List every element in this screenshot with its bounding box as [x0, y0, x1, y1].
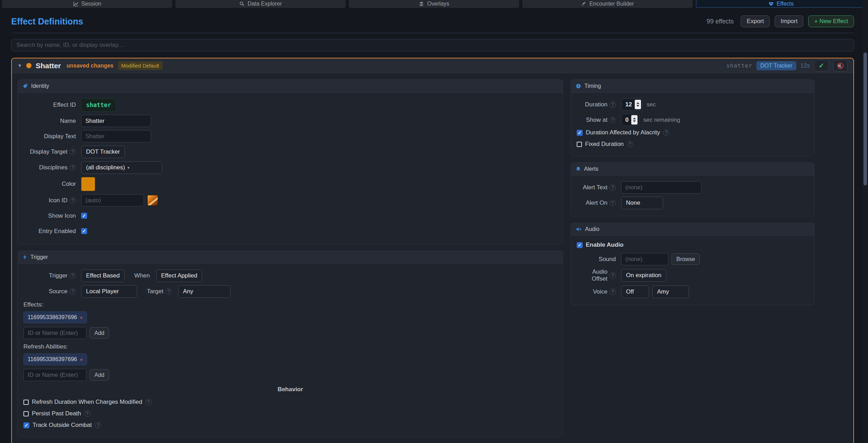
help-icon[interactable]: ?: [70, 197, 76, 204]
name-label: Name: [60, 118, 76, 125]
browse-button[interactable]: Browse: [671, 253, 700, 265]
audio-panel-title: Audio: [585, 226, 599, 232]
help-icon[interactable]: ?: [663, 129, 669, 136]
fixed-duration-checkbox[interactable]: [577, 142, 582, 147]
new-effect-button[interactable]: + New Effect: [808, 15, 854, 27]
tab-encounter-builder[interactable]: Encounter Builder: [522, 0, 692, 8]
spin-up-icon[interactable]: [636, 102, 639, 104]
spin-down-icon[interactable]: [633, 120, 636, 122]
help-icon[interactable]: ?: [610, 272, 616, 279]
name-field[interactable]: [81, 115, 151, 127]
export-button[interactable]: Export: [741, 15, 770, 27]
help-icon[interactable]: ?: [95, 422, 101, 428]
help-icon[interactable]: ?: [70, 164, 76, 171]
help-icon[interactable]: ?: [610, 200, 616, 206]
help-icon[interactable]: ?: [165, 288, 172, 295]
refresh-duration-checkbox[interactable]: [23, 400, 29, 405]
effect-name: Shatter: [36, 62, 61, 70]
help-icon[interactable]: ?: [627, 141, 633, 147]
effect-editor-card: ▼ Shatter unsaved changes Modified Defau…: [11, 58, 854, 443]
effect-icon-preview[interactable]: [147, 195, 158, 206]
alert-on-select[interactable]: None: [621, 197, 663, 209]
collapse-caret-icon[interactable]: ▼: [17, 63, 22, 68]
sound-row: Sound Browse: [577, 253, 809, 265]
help-icon[interactable]: ?: [70, 273, 76, 279]
editor-right-column: Timing Duration? 12 sec: [571, 79, 814, 311]
display-text-field[interactable]: [81, 130, 151, 142]
entry-enabled-label: Entry Enabled: [38, 228, 76, 235]
track-outside-checkrow: ✓ Track Outside Combat ?: [23, 422, 557, 429]
effects-add-button[interactable]: Add: [90, 327, 109, 339]
remove-chip-icon[interactable]: ×: [80, 315, 83, 321]
duration-number-input[interactable]: 12: [621, 98, 643, 111]
when-select[interactable]: Effect Applied: [156, 269, 202, 282]
refresh-duration-label: Refresh Duration When Charges Modified: [32, 399, 142, 406]
import-button[interactable]: Import: [775, 15, 803, 27]
tag-icon: [22, 83, 28, 89]
tab-label: Encounter Builder: [589, 1, 634, 7]
help-icon[interactable]: ?: [610, 117, 616, 123]
alert-text-field[interactable]: [621, 181, 702, 194]
help-icon[interactable]: ?: [610, 289, 616, 295]
tab-effects[interactable]: Effects: [696, 0, 866, 8]
spin-down-icon[interactable]: [636, 105, 639, 107]
persist-death-checkbox[interactable]: [23, 411, 29, 416]
help-icon[interactable]: ?: [610, 101, 616, 108]
icon-id-field[interactable]: [81, 194, 144, 206]
enabled-toggle-button[interactable]: ✓: [814, 60, 829, 71]
voice-mode-select[interactable]: Off: [621, 286, 649, 298]
disciplines-select[interactable]: (all disciplines)▾: [81, 161, 162, 174]
mute-toggle-button[interactable]: [833, 60, 848, 71]
tab-session[interactable]: Session: [2, 0, 172, 8]
audio-offset-select[interactable]: On expiration: [621, 269, 666, 282]
tab-data-explorer[interactable]: Data Explorer: [176, 0, 346, 8]
source-select[interactable]: Local Player: [81, 285, 137, 298]
enable-audio-checkbox[interactable]: ✓: [577, 242, 583, 248]
source-target-row: Source? Local Player Target? Any: [23, 285, 557, 298]
timing-panel-body: Duration? 12 sec Show at? 0: [571, 93, 814, 156]
tab-label: Data Explorer: [248, 1, 282, 7]
spinner-control[interactable]: [631, 115, 638, 125]
sound-field[interactable]: [621, 253, 668, 265]
search-input[interactable]: [11, 39, 854, 51]
entry-enabled-checkbox[interactable]: ✓: [81, 228, 87, 234]
spinner-control[interactable]: [635, 100, 641, 109]
display-text-label: Display Text: [44, 133, 76, 140]
spin-up-icon[interactable]: [633, 118, 636, 119]
page-scrollbar[interactable]: [862, 0, 868, 443]
alacrity-checkrow: ✓ Duration Affected by Alacrity ?: [577, 129, 809, 136]
show-icon-checkbox[interactable]: ✓: [81, 213, 87, 219]
effects-id-input[interactable]: [23, 327, 86, 339]
search-bar: [11, 39, 854, 51]
alert-on-row: Alert On? None: [577, 197, 809, 209]
fixed-duration-label: Fixed Duration: [585, 141, 624, 148]
show-icon-row: Show Icon ✓: [23, 210, 557, 222]
help-icon[interactable]: ?: [145, 399, 152, 405]
effect-color-dot: [26, 63, 31, 68]
remove-chip-icon[interactable]: ×: [80, 357, 83, 363]
tab-overlays[interactable]: Overlays: [349, 0, 519, 8]
show-at-number-input[interactable]: 0: [621, 114, 639, 126]
help-icon[interactable]: ?: [610, 184, 616, 191]
trigger-panel-header: Trigger: [18, 251, 563, 264]
display-target-select[interactable]: DOT Tracker: [81, 146, 125, 158]
alerts-panel-title: Alerts: [584, 166, 598, 172]
editor-header[interactable]: ▼ Shatter unsaved changes Modified Defau…: [12, 58, 853, 73]
help-icon[interactable]: ?: [84, 410, 91, 417]
help-icon[interactable]: ?: [70, 149, 76, 155]
trigger-type-select[interactable]: Effect Based: [81, 269, 124, 282]
refresh-id-input[interactable]: [23, 369, 86, 381]
help-icon[interactable]: ?: [70, 288, 76, 295]
voice-name-select[interactable]: Amy: [652, 286, 689, 298]
audio-panel: Audio ✓ Enable Audio Sound Browse: [571, 223, 814, 305]
refresh-chip: 1169953386397696×: [23, 353, 87, 365]
track-outside-checkbox[interactable]: ✓: [23, 422, 29, 428]
color-swatch[interactable]: [81, 177, 95, 191]
target-select[interactable]: Any: [178, 285, 230, 298]
scrollbar-thumb[interactable]: [863, 52, 867, 185]
refresh-add-button[interactable]: Add: [90, 369, 109, 381]
trigger-panel: Trigger Trigger? Effect Based When Effec…: [17, 251, 563, 437]
alacrity-checkbox[interactable]: ✓: [577, 130, 583, 136]
persist-death-checkrow: Persist Past Death ?: [23, 410, 557, 417]
lightning-icon: [22, 254, 27, 260]
